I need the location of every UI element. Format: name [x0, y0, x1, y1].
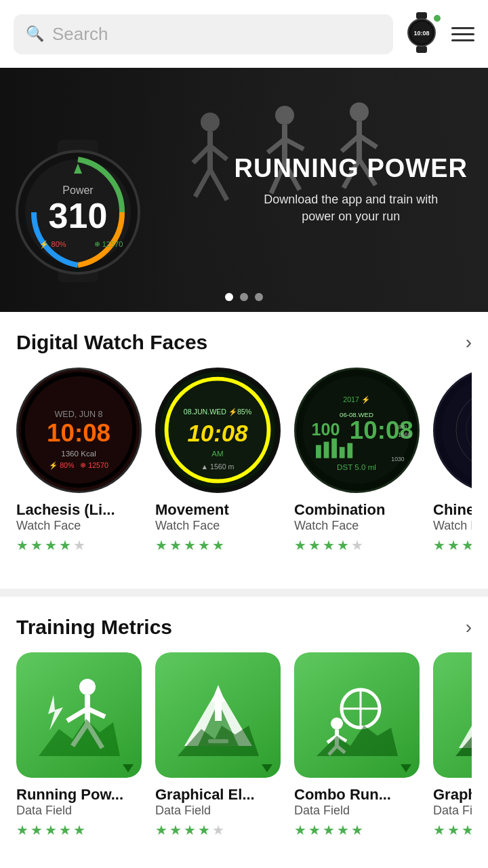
star-3: ★ [45, 537, 57, 553]
svg-text:1030: 1030 [391, 456, 404, 462]
star-1: ★ [294, 822, 306, 838]
training-metrics-title: Training Metrics [16, 616, 172, 639]
movement-type: Watch Face [155, 519, 281, 533]
watch-face-lachesis[interactable]: WED, JUN 8 10:08 1360 Kcal ⚡ 80% ❄ 12570… [16, 368, 142, 553]
combo-run-thumb [294, 652, 420, 778]
running-power-type: Data Field [16, 804, 142, 818]
svg-text:100: 100 [312, 420, 340, 439]
digital-watch-faces-title: Digital Watch Faces [16, 331, 207, 354]
search-placeholder: Search [52, 24, 108, 45]
training-metrics-arrow[interactable]: › [466, 616, 472, 638]
star-5: ★ [212, 537, 224, 553]
combo-run-type: Data Field [294, 804, 420, 818]
graphic-thumb [433, 652, 472, 778]
movement-name: Movement [155, 501, 281, 519]
svg-marker-81 [211, 685, 225, 702]
chinese-thumb: ✿ 10 12: ⚡ 3 A ✿ ✿ ✿ [433, 368, 472, 493]
digital-watch-faces-header: Digital Watch Faces › [16, 331, 472, 354]
metric-indicator-2 [262, 764, 272, 772]
svg-marker-78 [39, 719, 120, 756]
digital-watch-faces-list: WED, JUN 8 10:08 1360 Kcal ⚡ 80% ❄ 12570… [16, 368, 472, 570]
banner-subtitle: Download the app and train withpower on … [235, 191, 468, 225]
banner-dot-2[interactable] [240, 293, 248, 301]
running-power-thumb [16, 652, 142, 778]
graphic-type: Data Fiel... [433, 804, 472, 818]
metric-running-power[interactable]: Running Pow... Data Field ★ ★ ★ ★ ★ [16, 652, 142, 838]
banner: Power 310 ⚡ 80% ❄ 12570 RUNNING POWER Do… [0, 68, 488, 312]
star-1: ★ [155, 822, 167, 838]
banner-watch: Power 310 ⚡ 80% ❄ 12570 [14, 140, 142, 285]
graphical-el-icon [178, 675, 259, 756]
star-5: ★ [351, 822, 363, 838]
training-metrics-list: Running Pow... Data Field ★ ★ ★ ★ ★ [16, 652, 472, 854]
combination-type: Watch Face [294, 519, 420, 533]
watch-face-chinese[interactable]: ✿ 10 12: ⚡ 3 A ✿ ✿ ✿ Chinese... Watch Fa… [433, 368, 472, 553]
star-1: ★ [16, 537, 28, 553]
star-4: ★ [59, 822, 71, 838]
star-3: ★ [323, 822, 335, 838]
movement-stars: ★ ★ ★ ★ ★ [155, 537, 281, 553]
menu-line-1 [451, 27, 474, 29]
svg-text:⚡ 80%   ❄ 12570: ⚡ 80% ❄ 12570 [49, 461, 108, 470]
chinese-name: Chinese... [433, 501, 472, 519]
svg-point-18 [350, 102, 369, 121]
training-metrics-section: Training Metrics › [0, 597, 488, 868]
running-power-name: Running Pow... [16, 786, 142, 804]
watch-face-combination[interactable]: 2017 ⚡ 06-08.WED 100 10:08 am 1560 DST 5… [294, 368, 420, 553]
star-5: ★ [73, 537, 85, 553]
combination-name: Combination [294, 501, 420, 519]
banner-dots [225, 293, 263, 301]
banner-dot-3[interactable] [255, 293, 263, 301]
svg-text:WED, JUN 8: WED, JUN 8 [54, 410, 102, 419]
lachesis-type: Watch Face [16, 519, 142, 533]
running-power-stars: ★ ★ ★ ★ ★ [16, 822, 142, 838]
svg-rect-57 [340, 447, 345, 458]
star-4: ★ [59, 537, 71, 553]
metric-graphical-el[interactable]: Graphical El... Data Field ★ ★ ★ ★ ★ [155, 652, 281, 838]
watch-icon-wrap[interactable]: 10:08 [404, 12, 439, 56]
svg-text:10:08: 10:08 [47, 419, 110, 447]
banner-text: RUNNING POWER Download the app and train… [235, 155, 468, 225]
svg-text:1360 Kcal: 1360 Kcal [61, 449, 96, 458]
watch-face-movement[interactable]: 08.JUN.WED ⚡85% 10:08 AM ▲ 1560 m Moveme… [155, 368, 281, 553]
svg-line-73 [67, 709, 87, 721]
metric-indicator-3 [401, 764, 411, 772]
svg-text:am: am [398, 422, 407, 430]
svg-text:DST 5.0 ml: DST 5.0 ml [337, 462, 376, 471]
graphical-el-stars: ★ ★ ★ ★ ★ [155, 822, 281, 838]
star-5: ★ [351, 537, 363, 553]
svg-rect-82 [215, 701, 222, 721]
header-right: 10:08 [404, 12, 474, 56]
banner-title: RUNNING POWER [235, 155, 468, 183]
svg-text:Power: Power [62, 184, 94, 196]
digital-watch-faces-arrow[interactable]: › [466, 332, 472, 353]
star-2: ★ [169, 537, 182, 553]
svg-text:10:08: 10:08 [413, 30, 429, 37]
svg-point-12 [275, 106, 294, 125]
svg-text:08.JUN.WED ⚡85%: 08.JUN.WED ⚡85% [184, 408, 252, 416]
star-5: ★ [212, 822, 224, 838]
star-2: ★ [169, 822, 182, 838]
star-1: ★ [155, 537, 167, 553]
banner-dot-1[interactable] [225, 293, 233, 301]
star-1: ★ [16, 822, 28, 838]
metric-combo-run[interactable]: Combo Run... Data Field ★ ★ ★ ★ ★ [294, 652, 420, 838]
svg-text:10:08: 10:08 [187, 420, 248, 446]
lachesis-name: Lachesis (Li... [16, 501, 142, 519]
menu-line-3 [451, 39, 474, 41]
svg-rect-0 [416, 12, 427, 19]
search-bar[interactable]: 🔍 Search [14, 14, 393, 54]
combo-run-stars: ★ ★ ★ ★ ★ [294, 822, 420, 838]
star-1: ★ [433, 822, 445, 838]
svg-text:▲ 1560 m: ▲ 1560 m [201, 462, 235, 471]
separator [0, 589, 488, 597]
menu-button[interactable] [451, 27, 474, 41]
svg-point-6 [201, 113, 220, 132]
search-icon: 🔍 [26, 25, 44, 43]
star-4: ★ [337, 537, 349, 553]
metric-graphic[interactable]: Graphic... Data Fiel... ★ ★ ★ ★ ★ [433, 652, 472, 838]
star-4: ★ [198, 537, 210, 553]
graphical-el-name: Graphical El... [155, 786, 281, 804]
star-3: ★ [184, 822, 196, 838]
star-5: ★ [73, 822, 85, 838]
